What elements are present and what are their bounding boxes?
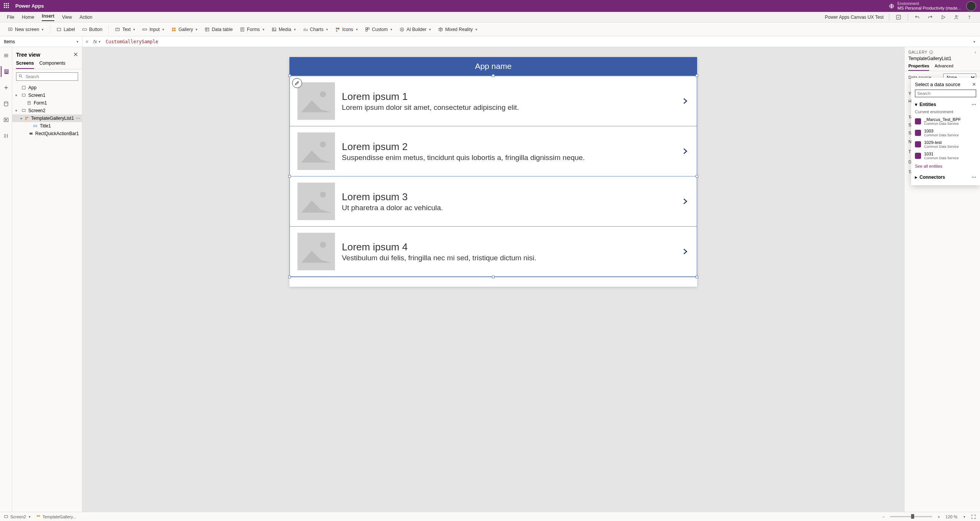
share-icon[interactable] [952, 13, 960, 21]
svg-rect-9 [172, 28, 173, 29]
rail-hamburger-icon[interactable] [1, 50, 11, 61]
menu-view[interactable]: View [62, 15, 72, 20]
tree-gallery[interactable]: ▸TemplateGalleryList1⋯ [12, 114, 82, 122]
tab-properties[interactable]: Properties [908, 64, 929, 71]
tree-app[interactable]: App [12, 84, 82, 91]
flyout-close-icon[interactable]: ✕ [972, 82, 976, 87]
user-avatar[interactable] [966, 1, 976, 11]
edit-template-icon[interactable] [292, 78, 302, 88]
app-frame[interactable]: App name Lorem ipsum 1 Lorem ipsum dolor… [289, 57, 697, 287]
property-dropdown[interactable]: Items▾ [0, 36, 83, 47]
forms-button[interactable]: Forms▾ [237, 25, 267, 34]
entities-more-icon[interactable]: ⋯ [972, 102, 976, 107]
help-icon[interactable] [965, 13, 973, 21]
chevron-down-icon[interactable]: ▾ [915, 102, 917, 107]
ai-builder-button[interactable]: AI Builder▾ [397, 25, 433, 34]
svg-point-46 [320, 242, 326, 248]
new-screen-button[interactable]: New screen▾ [5, 25, 46, 34]
media-button[interactable]: Media▾ [269, 25, 298, 34]
fx-icon[interactable]: fx▾ [91, 39, 103, 44]
tree-screen1[interactable]: ▾Screen1 [12, 91, 82, 99]
formula-expand-icon[interactable]: ▾ [970, 38, 978, 46]
flyout-search-input[interactable] [915, 90, 976, 97]
tree-search-input[interactable] [16, 72, 78, 81]
svg-rect-7 [116, 28, 119, 31]
svg-rect-13 [206, 28, 209, 31]
mixed-reality-button[interactable]: Mixed Reality▾ [436, 25, 480, 34]
tree-screen2[interactable]: ▾Screen2 [12, 107, 82, 114]
entity-item[interactable]: _Marcus_Test_BPFCommon Data Service [915, 116, 976, 127]
menu-insert[interactable]: Insert [42, 13, 54, 21]
data-source-flyout: Select a data source✕ ▾Entities⋯ Current… [911, 78, 980, 185]
rail-data-icon[interactable] [1, 98, 11, 109]
redo-icon[interactable] [926, 13, 934, 21]
zoom-in-icon[interactable]: + [938, 514, 940, 519]
icons-button[interactable]: Icons▾ [333, 25, 360, 34]
rail-advanced-icon[interactable] [1, 131, 11, 141]
formula-input[interactable]: CustomGallerySample [103, 39, 970, 44]
app-checker-icon[interactable] [895, 13, 902, 21]
gallery-item[interactable]: Lorem ipsum 2 Suspendisse enim metus, ti… [290, 126, 697, 176]
item-title: Lorem ipsum 4 [342, 241, 674, 253]
text-button[interactable]: Text▾ [113, 25, 137, 34]
tree-rect[interactable]: RectQuickActionBar1 [12, 130, 82, 137]
svg-rect-37 [34, 125, 37, 127]
tree-close-icon[interactable]: ✕ [73, 51, 78, 58]
label-button[interactable]: Label [54, 25, 77, 34]
rail-media-icon[interactable] [1, 114, 11, 125]
play-icon[interactable] [939, 13, 947, 21]
environment-picker[interactable]: Environment MS Personal Productivity (ms… [889, 2, 961, 10]
chevron-right-icon[interactable] [681, 245, 689, 258]
menu-action[interactable]: Action [80, 15, 92, 20]
button-button[interactable]: Button [80, 25, 105, 34]
svg-rect-5 [57, 28, 61, 31]
zoom-dropdown-icon[interactable]: ▾ [964, 515, 965, 519]
gallery-item[interactable]: Lorem ipsum 4 Vestibulum dui felis, frin… [290, 227, 697, 277]
tab-advanced[interactable]: Advanced [934, 64, 953, 71]
app-launcher-icon[interactable] [4, 3, 10, 9]
rail-insert-icon[interactable] [1, 82, 11, 93]
menu-home[interactable]: Home [22, 15, 34, 20]
entity-item[interactable]: 1031Common Data Service [915, 150, 976, 162]
gallery-selection[interactable]: Lorem ipsum 1 Lorem ipsum dolor sit amet… [289, 75, 697, 277]
ribbon: New screen▾ Label Button Text▾ Input▾ Ga… [0, 23, 980, 36]
gallery-item[interactable]: Lorem ipsum 1 Lorem ipsum dolor sit amet… [290, 76, 697, 126]
tab-screens[interactable]: Screens [16, 60, 34, 69]
menu-file[interactable]: File [7, 15, 14, 20]
chevron-right-icon[interactable] [681, 95, 689, 108]
chevron-right-icon[interactable] [681, 145, 689, 158]
see-all-entities-link[interactable]: See all entities [915, 162, 976, 171]
tree-form1[interactable]: Form1 [12, 99, 82, 107]
charts-button[interactable]: Charts▾ [301, 25, 330, 34]
undo-icon[interactable] [913, 13, 921, 21]
svg-point-2 [956, 15, 957, 17]
breadcrumb-screen[interactable]: Screen2▾ [4, 514, 31, 519]
connectors-more-icon[interactable]: ⋯ [972, 175, 976, 180]
canvas[interactable]: App name Lorem ipsum 1 Lorem ipsum dolor… [82, 47, 904, 512]
data-table-button[interactable]: Data table [202, 25, 235, 34]
tree-title1[interactable]: Title1 [12, 122, 82, 130]
gallery-button[interactable]: Gallery▾ [169, 25, 200, 34]
entity-item[interactable]: 1029-testCommon Data Service [915, 139, 976, 150]
svg-rect-21 [366, 29, 367, 31]
info-icon[interactable] [929, 50, 933, 54]
tab-components[interactable]: Components [39, 60, 65, 69]
fit-to-window-icon[interactable] [971, 514, 976, 519]
flyout-title: Select a data source [915, 82, 960, 87]
custom-button[interactable]: Custom▾ [363, 25, 395, 34]
svg-point-3 [969, 18, 970, 19]
chevron-right-icon[interactable]: ▸ [915, 175, 917, 180]
entity-icon [915, 153, 921, 159]
breadcrumb-gallery[interactable]: TemplateGallery... [36, 514, 76, 519]
zoom-slider[interactable] [890, 516, 932, 517]
rail-tree-icon[interactable] [1, 66, 11, 77]
input-button[interactable]: Input▾ [140, 25, 167, 34]
panel-collapse-icon[interactable]: › [975, 50, 976, 54]
chevron-right-icon[interactable] [681, 195, 689, 208]
titlebar: Power Apps Environment MS Personal Produ… [0, 0, 980, 12]
zoom-out-icon[interactable]: − [882, 514, 885, 519]
entity-item[interactable]: 1003Common Data Service [915, 127, 976, 139]
svg-rect-33 [22, 109, 25, 112]
equals-label: = [83, 39, 91, 44]
gallery-item[interactable]: Lorem ipsum 3 Ut pharetra a dolor ac veh… [290, 176, 697, 227]
